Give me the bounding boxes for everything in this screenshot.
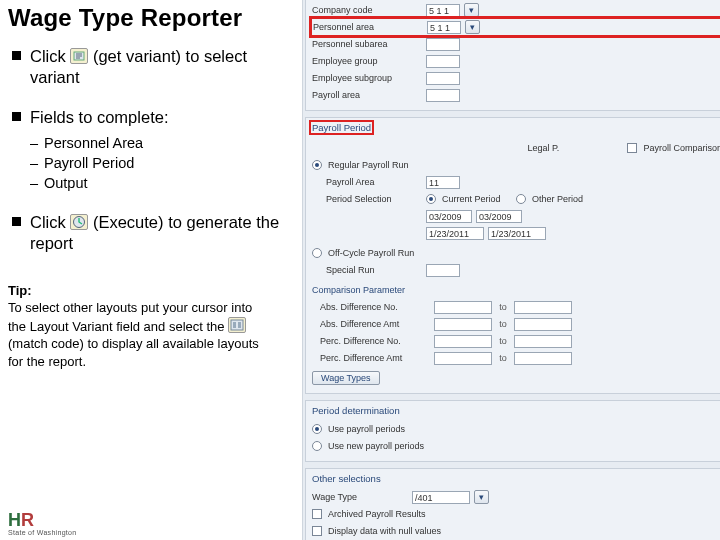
current-period-radio[interactable] xyxy=(426,194,436,204)
txt: Click xyxy=(30,47,66,65)
period-selection-label: Period Selection xyxy=(326,194,422,204)
company-code-field[interactable]: 5 1 1 xyxy=(426,4,460,17)
use-payroll-periods-label: Use payroll periods xyxy=(328,424,405,434)
other-selections-block: Other selections Wage Type /401 ▾ Archiv… xyxy=(305,468,720,540)
perc-diff-no-to[interactable] xyxy=(514,335,572,348)
abs-diff-amt-to[interactable] xyxy=(514,318,572,331)
employee-subgroup-label: Employee subgroup xyxy=(312,73,422,83)
wage-type-label: Wage Type xyxy=(312,492,408,502)
to-label: to xyxy=(496,319,510,329)
abs-diff-amt-label: Abs. Difference Amt xyxy=(320,319,430,329)
perc-diff-amt-label: Perc. Difference Amt xyxy=(320,353,430,363)
employee-group-label: Employee group xyxy=(312,56,422,66)
wage-types-button[interactable]: Wage Types xyxy=(312,371,380,385)
abs-diff-amt-from[interactable] xyxy=(434,318,492,331)
to-label: to xyxy=(496,336,510,346)
date-from-field[interactable]: 1/23/2011 xyxy=(426,227,484,240)
personnel-area-row: Personnel area 5 1 1 ▾ xyxy=(312,19,720,35)
bullet-fields: Fields to complete: Personnel Area Payro… xyxy=(8,107,298,192)
archived-results-checkbox[interactable] xyxy=(312,509,322,519)
txt: (match code) to display all available la… xyxy=(8,336,259,369)
special-run-field[interactable] xyxy=(426,264,460,277)
legal-p-label: Legal P. xyxy=(527,143,623,153)
employee-subgroup-field[interactable] xyxy=(426,72,460,85)
abs-diff-no-from[interactable] xyxy=(434,301,492,314)
pp-payroll-area-field[interactable]: 11 xyxy=(426,176,460,189)
null-values-checkbox[interactable] xyxy=(312,526,322,536)
company-code-label: Company code xyxy=(312,5,422,15)
payroll-comparison-label: Payroll Comparison xyxy=(643,143,720,153)
txt: R xyxy=(21,510,34,530)
perc-diff-amt-from[interactable] xyxy=(434,352,492,365)
wage-type-match-btn[interactable]: ▾ xyxy=(474,490,489,504)
execute-icon xyxy=(70,214,88,230)
employee-group-field[interactable] xyxy=(426,55,460,68)
perc-diff-no-label: Perc. Difference No. xyxy=(320,336,430,346)
abs-diff-no-to[interactable] xyxy=(514,301,572,314)
null-values-label: Display data with null values xyxy=(328,526,441,536)
tip-block: Tip: To select other layouts put your cu… xyxy=(8,282,268,371)
bullet-get-variant: Click (get variant) to select variant xyxy=(8,46,298,87)
txt: H xyxy=(8,510,21,530)
to-label: to xyxy=(496,302,510,312)
personnel-area-match-btn[interactable]: ▾ xyxy=(465,20,480,34)
perc-diff-amt-to[interactable] xyxy=(514,352,572,365)
sap-screenshot: Company code 5 1 1 ▾ Personnel area 5 1 … xyxy=(302,0,720,540)
use-new-payroll-periods-radio[interactable] xyxy=(312,441,322,451)
sub-output: Output xyxy=(30,174,298,192)
svg-rect-2 xyxy=(231,320,243,330)
offcycle-run-label: Off-Cycle Payroll Run xyxy=(328,248,414,258)
company-code-match-btn[interactable]: ▾ xyxy=(464,3,479,17)
pp-payroll-area-label: Payroll Area xyxy=(326,177,422,187)
other-selections-header: Other selections xyxy=(310,472,720,485)
period-from-field[interactable]: 03/2009 xyxy=(426,210,472,223)
other-period-label: Other Period xyxy=(532,194,583,204)
match-code-icon xyxy=(228,317,246,333)
payroll-period-block: Payroll Period Legal P. Payroll Comparis… xyxy=(305,117,720,394)
txt: (Execute) to generate the report xyxy=(30,213,279,252)
payroll-area-field[interactable] xyxy=(426,89,460,102)
current-period-label: Current Period xyxy=(442,194,512,204)
period-determination-header: Period determination xyxy=(310,404,720,417)
sub-personnel-area: Personnel Area xyxy=(30,134,298,152)
payroll-period-header: Payroll Period xyxy=(310,121,373,134)
offcycle-run-radio[interactable] xyxy=(312,248,322,258)
regular-run-label: Regular Payroll Run xyxy=(328,160,409,170)
footer-logo-subtitle: State of Washington xyxy=(8,529,76,536)
svg-rect-3 xyxy=(233,322,236,328)
txt: Click xyxy=(30,213,66,231)
comparison-parameter-label: Comparison Parameter xyxy=(312,285,422,295)
slide-title: Wage Type Reporter xyxy=(8,4,298,32)
get-variant-icon xyxy=(70,48,88,64)
abs-diff-no-label: Abs. Difference No. xyxy=(320,302,430,312)
regular-run-radio[interactable] xyxy=(312,160,322,170)
other-period-radio[interactable] xyxy=(516,194,526,204)
personnel-area-field[interactable]: 5 1 1 xyxy=(427,21,461,34)
perc-diff-no-from[interactable] xyxy=(434,335,492,348)
payroll-comparison-checkbox[interactable] xyxy=(627,143,637,153)
footer-logo: HR State of Washington xyxy=(8,510,76,536)
bullet-execute: Click (Execute) to generate the report xyxy=(8,212,298,253)
archived-results-label: Archived Payroll Results xyxy=(328,509,426,519)
tip-label: Tip: xyxy=(8,283,32,298)
personnel-area-label: Personnel area xyxy=(313,22,423,32)
txt: To select other layouts put your cursor … xyxy=(8,300,252,334)
personnel-subarea-field[interactable] xyxy=(426,38,460,51)
use-payroll-periods-radio[interactable] xyxy=(312,424,322,434)
period-to-field[interactable]: 03/2009 xyxy=(476,210,522,223)
txt: Fields to complete: xyxy=(30,108,168,126)
special-run-label: Special Run xyxy=(326,265,422,275)
use-new-payroll-periods-label: Use new payroll periods xyxy=(328,441,424,451)
payroll-area-label: Payroll area xyxy=(312,90,422,100)
date-to-field[interactable]: 1/23/2011 xyxy=(488,227,546,240)
wage-type-field[interactable]: /401 xyxy=(412,491,470,504)
svg-rect-4 xyxy=(238,322,241,328)
sub-payroll-period: Payroll Period xyxy=(30,154,298,172)
personnel-subarea-label: Personnel subarea xyxy=(312,39,422,49)
selection-block: Company code 5 1 1 ▾ Personnel area 5 1 … xyxy=(305,0,720,111)
period-determination-block: Period determination Use payroll periods… xyxy=(305,400,720,462)
to-label: to xyxy=(496,353,510,363)
